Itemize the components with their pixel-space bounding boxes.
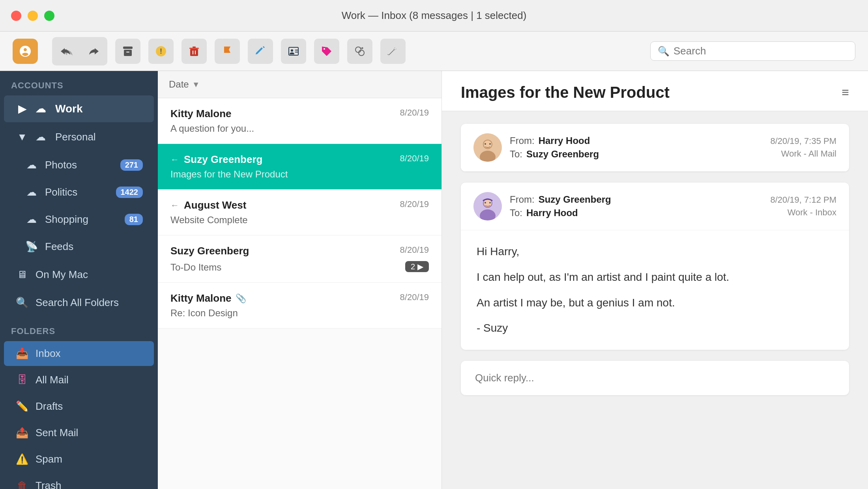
sidebar-item-politics[interactable]: ☁ Politics 1422 <box>13 179 154 205</box>
sidebar-item-trash[interactable]: 🗑 Trash <box>4 473 154 489</box>
sidebar-item-search-all[interactable]: 🔍 Search All Folders <box>4 289 154 316</box>
work-label: Work <box>55 103 143 115</box>
drafts-icon: ✏️ <box>15 400 29 412</box>
email-item[interactable]: ← August West 8/20/19 Website Complete <box>158 190 441 235</box>
email-card-to: To: Suzy Greenberg <box>510 149 762 160</box>
shopping-badge: 81 <box>125 214 143 225</box>
folders-section-label: Folders <box>0 317 158 340</box>
sidebar-item-personal[interactable]: ▼ ☁ Personal <box>4 124 154 150</box>
maximize-button[interactable] <box>44 11 54 21</box>
email-sender: Suzy Greenberg <box>184 153 262 166</box>
email-card: From: Suzy Greenberg To: Harry Hood 8/20… <box>461 183 849 350</box>
svg-point-30 <box>485 202 486 203</box>
politics-label: Politics <box>45 186 110 198</box>
sort-label[interactable]: Date ▼ <box>169 79 200 90</box>
body-line-4: - Suzy <box>477 319 833 337</box>
sidebar-item-drafts[interactable]: ✏️ Drafts <box>4 394 154 419</box>
all-mail-label: All Mail <box>36 374 69 386</box>
politics-cloud-icon: ☁ <box>24 186 39 198</box>
drafts-label: Drafts <box>36 400 63 412</box>
sidebar-item-photos[interactable]: ☁ Photos 271 <box>13 152 154 178</box>
personal-cloud-icon: ☁ <box>36 131 46 143</box>
email-item[interactable]: Suzy Greenberg 8/20/19 To-Do Items 2 ▶ <box>158 235 441 283</box>
svg-rect-0 <box>123 47 133 49</box>
svg-point-14 <box>324 48 325 50</box>
email-menu-button[interactable]: ≡ <box>842 85 849 100</box>
on-my-mac-label: On My Mac <box>36 269 143 281</box>
sidebar-item-sent-mail[interactable]: 📤 Sent Mail <box>4 420 154 445</box>
email-preview: Website Complete <box>170 215 429 226</box>
sidebar-item-work[interactable]: ▶ ☁ Work <box>4 95 154 122</box>
email-preview: A question for you... <box>170 123 429 134</box>
search-input[interactable] <box>673 45 848 57</box>
move-button[interactable] <box>347 39 372 64</box>
sidebar-item-feeds[interactable]: 📡 Feeds <box>13 233 154 260</box>
flag-button[interactable] <box>215 39 240 64</box>
email-sender: Kitty Malone <box>170 292 232 304</box>
tag-button[interactable] <box>314 39 339 64</box>
email-item[interactable]: ← Suzy Greenberg 8/20/19 Images for the … <box>158 144 441 190</box>
search-all-label: Search All Folders <box>36 297 143 309</box>
window-title: Work — Inbox (8 messages | 1 selected) <box>342 9 527 22</box>
email-detail-panel: Images for the New Product ≡ <box>442 71 868 489</box>
sidebar-item-spam[interactable]: ⚠️ Spam <box>4 447 154 472</box>
politics-badge: 1422 <box>116 187 143 198</box>
sidebar-item-all-mail[interactable]: 🗄 All Mail <box>4 368 154 392</box>
sidebar-item-inbox[interactable]: 📥 Inbox <box>4 341 154 366</box>
sort-arrow-icon: ▼ <box>192 80 200 89</box>
spam-button[interactable]: ! <box>148 39 174 64</box>
email-date: 8/20/19 <box>400 153 429 164</box>
sidebar-item-on-my-mac[interactable]: 🖥 On My Mac <box>4 261 154 288</box>
email-card-body: Hi Harry, I can help out, as I'm an arti… <box>461 230 849 350</box>
tools-button[interactable] <box>380 39 406 64</box>
svg-text:!: ! <box>160 47 162 55</box>
email-list-header: Date ▼ <box>158 71 441 98</box>
shopping-label: Shopping <box>45 213 118 226</box>
reply-all-button[interactable] <box>54 39 79 64</box>
search-container: 🔍 <box>650 41 855 61</box>
delete-button[interactable] <box>181 39 207 64</box>
forward-button[interactable] <box>80 39 106 64</box>
email-sender: Kitty Malone <box>170 108 232 120</box>
quick-reply-box[interactable] <box>461 361 849 395</box>
avatar <box>473 192 502 220</box>
address-button[interactable] <box>281 39 306 64</box>
archive-button[interactable] <box>115 39 140 64</box>
mac-icon: 🖥 <box>15 269 29 281</box>
email-card-date: 8/20/19, 7:35 PM <box>770 136 836 146</box>
minimize-button[interactable] <box>28 11 38 21</box>
email-subject: Images for the New Product <box>461 84 670 101</box>
email-item[interactable]: Kitty Malone 📎 8/20/19 Re: Icon Design <box>158 283 441 328</box>
body-line-1: Hi Harry, <box>477 243 833 261</box>
spam-label: Spam <box>36 453 62 465</box>
svg-point-25 <box>489 143 491 145</box>
photos-cloud-icon: ☁ <box>24 159 39 171</box>
email-card-from: From: Suzy Greenberg <box>510 194 762 205</box>
close-button[interactable] <box>11 11 21 21</box>
quick-reply-input[interactable] <box>475 372 835 384</box>
trash-icon: 🗑 <box>15 480 29 489</box>
work-cloud-icon: ☁ <box>36 103 46 115</box>
body-line-2: I can help out, as I'm an artist and I p… <box>477 269 833 286</box>
email-date: 8/20/19 <box>400 199 429 209</box>
search-all-icon: 🔍 <box>15 297 29 309</box>
email-preview: Re: Icon Design <box>170 308 429 319</box>
edit-button[interactable] <box>248 39 273 64</box>
sent-mail-label: Sent Mail <box>36 427 78 439</box>
sent-mail-icon: 📤 <box>15 427 29 439</box>
email-date: 8/20/19 <box>400 292 429 302</box>
svg-rect-6 <box>189 48 199 49</box>
personal-submenu: ☁ Photos 271 ☁ Politics 1422 ☁ Shopping … <box>0 151 158 261</box>
email-card-timestamp: 8/20/19, 7:35 PM Work - All Mail <box>770 136 836 159</box>
email-card-date: 8/20/19, 7:12 PM <box>770 195 836 205</box>
email-detail-header: Images for the New Product ≡ <box>442 71 868 111</box>
photos-label: Photos <box>45 159 114 171</box>
trash-label: Trash <box>36 480 62 489</box>
sidebar-item-shopping[interactable]: ☁ Shopping 81 <box>13 206 154 233</box>
email-item[interactable]: Kitty Malone 8/20/19 A question for you.… <box>158 98 441 144</box>
svg-point-24 <box>485 143 486 145</box>
inbox-icon: 📥 <box>15 347 29 360</box>
email-card-from: From: Harry Hood <box>510 135 762 146</box>
email-list-panel: Date ▼ Kitty Malone 8/20/19 A question f… <box>158 71 442 489</box>
account-icon[interactable] <box>13 39 38 64</box>
